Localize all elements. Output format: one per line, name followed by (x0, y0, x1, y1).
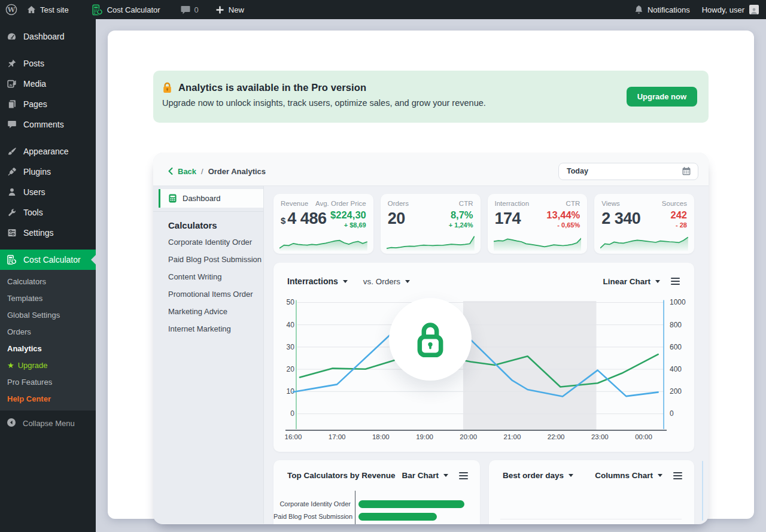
sidebar-item-appearance[interactable]: Appearance (0, 141, 96, 162)
avatar (749, 5, 759, 14)
stat-label: Interraction (495, 200, 530, 207)
stat-value: 20 (388, 209, 405, 229)
svg-text:23:00: 23:00 (591, 433, 609, 440)
calculator-list-item[interactable]: Promotional Items Order (153, 285, 263, 303)
site-name-label: Test site (40, 5, 69, 14)
notifications-label: Notifications (648, 5, 690, 14)
vs-selector[interactable]: vs. Orders (363, 277, 410, 286)
banner-subtitle: Upgrade now to unlock insights, track us… (162, 98, 697, 108)
calculator-list-item[interactable]: Content Writing (153, 268, 263, 285)
calculator-item-label: Corporate Identity Order (168, 238, 252, 247)
gridline (500, 519, 682, 519)
calendar-icon (682, 166, 691, 176)
stat-sparkline (387, 234, 475, 251)
sidebar-item-dashboard[interactable]: Dashboard (0, 26, 96, 47)
admin-bar-cost-calculator[interactable]: Cost Calculator (86, 0, 166, 19)
submenu-item-pro-features[interactable]: Pro Features (0, 373, 96, 390)
columns-chart-title: Best order days (503, 471, 564, 480)
submenu-item-global-settings[interactable]: Global Settings (0, 306, 96, 323)
howdy-label: Howdy, user (702, 5, 744, 14)
calculators-heading: Calculators (168, 220, 263, 230)
bar-chart-card: Top Calculators by Revenue Bar Chart (273, 460, 480, 524)
sidebar-item-label: Media (23, 79, 46, 89)
analytics-sidebar-dashboard[interactable]: Dashboard (159, 189, 263, 208)
bar-chart-title: Top Calculators by Revenue (287, 471, 396, 480)
admin-side-menu: Dashboard Posts Media Pages Comments App… (0, 19, 96, 532)
sidebar-item-label: Pages (23, 99, 47, 109)
sidebar-item-users[interactable]: Users (0, 182, 96, 202)
chevron-down-icon (405, 280, 410, 283)
sidebar-item-plugins[interactable]: Plugins (0, 162, 96, 182)
stat-delta: + 1,24% (449, 221, 473, 229)
submenu-item-upgrade[interactable]: ★Upgrade (0, 357, 96, 373)
chevron-down-icon (658, 474, 662, 477)
sidebar-item-tools[interactable]: Tools (0, 202, 96, 223)
stat-secondary-label: CTR (566, 200, 580, 207)
pages-icon (7, 99, 17, 110)
back-label: Back (178, 167, 196, 176)
plugins-icon (7, 167, 17, 177)
calculator-list-item[interactable]: Internet Marketing (153, 320, 263, 338)
sidebar-item-settings[interactable]: Settings (0, 223, 96, 243)
sidebar-item-label: Appearance (23, 147, 69, 156)
submenu-item-calculators[interactable]: Calculators (0, 273, 96, 290)
sidebar-item-media[interactable]: Media (0, 74, 96, 94)
pro-lock-overlay (389, 298, 472, 381)
stat-sparkline (600, 234, 688, 251)
submenu-item-orders[interactable]: Orders (0, 323, 96, 340)
sidebar-item-comments[interactable]: Comments (0, 114, 96, 135)
admin-bar-comments[interactable]: 0 (175, 0, 205, 19)
submenu-item-analytics[interactable]: Analytics (0, 340, 96, 357)
series-selector[interactable]: Interractions (287, 276, 348, 286)
bar (358, 500, 464, 508)
stat-secondary-value: $224,30 (330, 209, 366, 221)
admin-bar-account[interactable]: Howdy, user (696, 0, 766, 19)
chevron-down-icon (443, 474, 448, 477)
columns-chart-menu-icon[interactable] (673, 472, 682, 479)
date-range-picker[interactable]: Today (558, 163, 698, 180)
upgrade-now-button[interactable]: Upgrade now (627, 87, 697, 107)
sidebar-item-cost-calculator[interactable]: Cost Calculator (0, 250, 96, 270)
panel-scrollbar[interactable] (702, 461, 703, 521)
svg-text:19:00: 19:00 (416, 433, 433, 440)
columns-chart-type-selector[interactable]: Columns Chart (595, 471, 662, 480)
sidebar-item-pages[interactable]: Pages (0, 94, 96, 114)
svg-text:20:00: 20:00 (460, 433, 477, 440)
admin-bar-site-name[interactable]: Test site (23, 0, 75, 19)
calculator-list-item[interactable]: Marketing Advice (153, 303, 263, 320)
divider (153, 211, 263, 212)
back-link[interactable]: Back (168, 167, 196, 176)
chart-menu-icon[interactable] (671, 278, 680, 285)
media-icon (7, 79, 17, 89)
wordpress-logo[interactable]: W (0, 0, 23, 19)
stat-secondary-value: 242 (670, 209, 687, 221)
content-area: Analytics is available in the Pro versio… (96, 19, 766, 532)
pro-banner: Analytics is available in the Pro versio… (153, 71, 709, 123)
calculator-list-item[interactable]: Paid Blog Post Submission (153, 251, 263, 268)
bar-chart-menu-icon[interactable] (459, 472, 468, 479)
submenu-item-templates[interactable]: Templates (0, 290, 96, 306)
stat-card-orders: OrdersCTR208,7%+ 1,24% (381, 194, 481, 254)
best-order-days-selector[interactable]: Best order days (503, 471, 573, 480)
cost-calculator-menu-icon (7, 255, 17, 265)
stat-secondary-label: CTR (459, 200, 473, 207)
plus-icon (215, 5, 224, 14)
calculator-item-label: Marketing Advice (168, 307, 227, 316)
bar-chart-type-selector[interactable]: Bar Chart (402, 471, 448, 480)
sidebar-item-label: Cost Calculator (23, 255, 81, 265)
admin-bar-notifications[interactable]: Notifications (628, 0, 696, 19)
calculator-item-label: Promotional Items Order (168, 290, 253, 299)
calculator-list-item[interactable]: Corporate Identity Order (153, 233, 263, 251)
chart-type-selector[interactable]: Linear Chart (603, 277, 660, 286)
sidebar-item-posts[interactable]: Posts (0, 53, 96, 74)
stat-card-interraction: InterractionCTR17413,44%- 0,65% (488, 194, 588, 254)
svg-text:18:00: 18:00 (372, 433, 390, 440)
admin-bar-new[interactable]: New (209, 0, 250, 19)
collapse-menu-button[interactable]: Collapse Menu (0, 413, 96, 433)
submenu-item-help-center[interactable]: Help Center (0, 390, 96, 407)
lock-icon (162, 82, 172, 93)
posts-icon (7, 59, 17, 69)
svg-text:00:00: 00:00 (635, 433, 652, 440)
cost-calculator-icon (92, 4, 103, 16)
chevron-down-icon (343, 280, 348, 283)
